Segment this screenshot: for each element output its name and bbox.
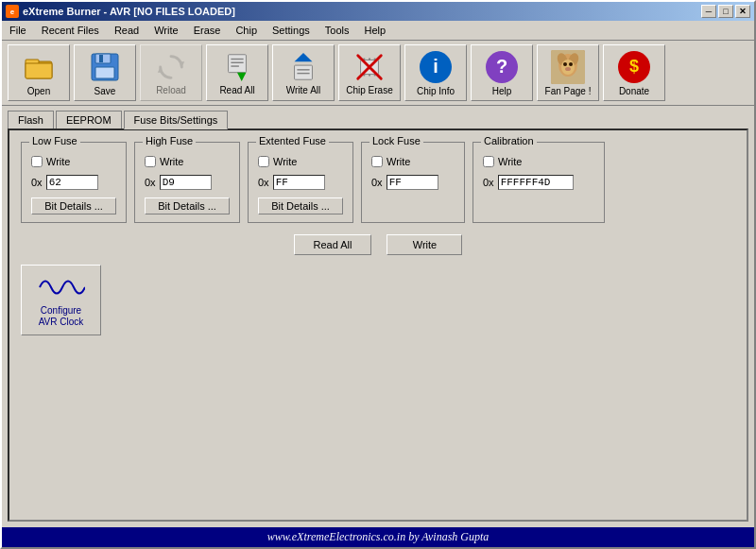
chip-erase-icon (353, 51, 386, 83)
close-button[interactable]: ✕ (735, 5, 750, 18)
low-fuse-write-row: Write (31, 156, 116, 167)
menu-tools[interactable]: Tools (318, 23, 357, 38)
main-window: e eXtreme Burner - AVR [NO FILES LOADED]… (0, 0, 756, 549)
high-fuse-input[interactable] (160, 175, 212, 190)
donate-button[interactable]: $ Donate (603, 44, 665, 101)
menu-help[interactable]: Help (356, 23, 393, 38)
maximize-button[interactable]: □ (718, 5, 733, 18)
calibration-write-row: Write (483, 156, 594, 167)
svg-point-34 (565, 67, 571, 71)
reload-icon (155, 51, 187, 83)
menu-chip[interactable]: Chip (228, 23, 265, 38)
menu-write[interactable]: Write (146, 23, 185, 38)
lock-fuse-input[interactable] (387, 175, 438, 190)
fan-page-icon (551, 50, 585, 84)
read-all-action-button[interactable]: Read All (294, 234, 372, 255)
tabs-container: Flash EEPROM Fuse Bits/Settings (2, 106, 754, 129)
donate-label: Donate (619, 86, 649, 96)
low-fuse-write-checkbox[interactable] (31, 156, 43, 167)
minimize-button[interactable]: ─ (701, 5, 716, 18)
avr-clock-container: ConfigureAVR Clock (21, 265, 735, 335)
calibration-write-label: Write (498, 156, 522, 167)
calibration-input[interactable] (498, 175, 574, 190)
low-fuse-write-label: Write (46, 156, 70, 167)
chip-erase-label: Chip Erase (346, 85, 392, 95)
extended-fuse-input[interactable] (273, 175, 325, 190)
high-fuse-bit-details-button[interactable]: Bit Details ... (145, 197, 230, 214)
fan-page-button[interactable]: Fan Page ! (537, 44, 599, 101)
svg-point-33 (569, 62, 573, 66)
extended-fuse-group: Extented Fuse Write 0x Bit Details ... (248, 142, 353, 223)
menu-file[interactable]: File (2, 23, 34, 38)
high-fuse-write-row: Write (145, 156, 230, 167)
read-all-label: Read All (219, 85, 254, 95)
extended-fuse-bit-details-button[interactable]: Bit Details ... (258, 197, 343, 214)
avr-clock-label: ConfigureAVR Clock (39, 305, 84, 328)
content-panel: Low Fuse Write 0x Bit Details ... High F… (8, 129, 748, 522)
donate-icon: $ (617, 50, 651, 84)
menu-settings[interactable]: Settings (265, 23, 318, 38)
svg-point-32 (563, 62, 567, 66)
fuse-row: Low Fuse Write 0x Bit Details ... High F… (21, 142, 735, 223)
menu-read[interactable]: Read (107, 23, 146, 38)
tab-eeprom[interactable]: EEPROM (56, 111, 122, 129)
high-fuse-group: High Fuse Write 0x Bit Details ... (134, 142, 240, 223)
window-title: eXtreme Burner - AVR [NO FILES LOADED] (23, 6, 235, 17)
high-fuse-prefix: 0x (145, 177, 156, 188)
lock-fuse-write-checkbox[interactable] (371, 156, 383, 167)
svg-rect-5 (95, 67, 114, 78)
write-all-label: Write All (286, 85, 321, 95)
read-all-button[interactable]: Read All (206, 44, 268, 101)
help-label: Help (492, 86, 512, 96)
write-all-button[interactable]: Write All (272, 44, 335, 101)
open-button[interactable]: Open (8, 44, 70, 101)
menu-recent-files[interactable]: Recent Files (34, 23, 107, 38)
reload-button[interactable]: Reload (140, 44, 202, 101)
low-fuse-input[interactable] (46, 175, 98, 190)
lock-fuse-write-row: Write (371, 156, 455, 167)
bottom-bar: www.eXtremeElectronics.co.in by Avinash … (2, 527, 754, 547)
chip-info-icon: i (419, 50, 453, 84)
extended-fuse-write-label: Write (273, 156, 297, 167)
lock-fuse-prefix: 0x (371, 177, 383, 188)
bottom-text: www.eXtremeElectronics.co.in by Avinash … (267, 530, 490, 543)
save-label: Save (94, 86, 116, 96)
high-fuse-write-checkbox[interactable] (145, 156, 156, 167)
low-fuse-group: Low Fuse Write 0x Bit Details ... (21, 142, 127, 223)
fan-page-label: Fan Page ! (545, 86, 592, 96)
app-icon: e (6, 5, 19, 18)
extended-fuse-value-row: 0x (258, 175, 343, 190)
svg-rect-9 (229, 54, 247, 72)
sine-wave-icon (38, 273, 85, 301)
extended-fuse-title: Extented Fuse (256, 135, 329, 146)
lock-fuse-write-label: Write (387, 156, 410, 167)
low-fuse-bit-details-button[interactable]: Bit Details ... (31, 197, 116, 214)
tab-flash[interactable]: Flash (8, 111, 54, 129)
calibration-value-row: 0x (483, 175, 594, 190)
chip-erase-button[interactable]: Chip Erase (338, 44, 401, 101)
chip-info-button[interactable]: i Chip Info (404, 44, 467, 101)
toolbar: Open Save (2, 41, 754, 106)
help-button[interactable]: ? Help (471, 44, 533, 101)
low-fuse-prefix: 0x (31, 177, 43, 188)
read-all-icon (221, 51, 253, 83)
save-button[interactable]: Save (74, 44, 136, 101)
calibration-prefix: 0x (483, 177, 494, 188)
svg-marker-8 (158, 67, 163, 73)
high-fuse-title: High Fuse (143, 135, 196, 146)
low-fuse-title: Low Fuse (29, 135, 80, 146)
svg-marker-13 (237, 72, 246, 80)
calibration-write-checkbox[interactable] (483, 156, 494, 167)
open-label: Open (27, 86, 50, 96)
low-fuse-value-row: 0x (31, 175, 116, 190)
title-bar-left: e eXtreme Burner - AVR [NO FILES LOADED] (6, 5, 235, 18)
write-action-button[interactable]: Write (387, 234, 462, 255)
svg-marker-17 (295, 52, 313, 60)
menu-erase[interactable]: Erase (186, 23, 229, 38)
extended-fuse-prefix: 0x (258, 177, 269, 188)
svg-rect-2 (26, 63, 52, 78)
tab-fuse-bits[interactable]: Fuse Bits/Settings (124, 111, 229, 129)
extended-fuse-write-checkbox[interactable] (258, 156, 269, 167)
title-buttons: ─ □ ✕ (701, 5, 750, 18)
avr-clock-button[interactable]: ConfigureAVR Clock (21, 265, 101, 335)
